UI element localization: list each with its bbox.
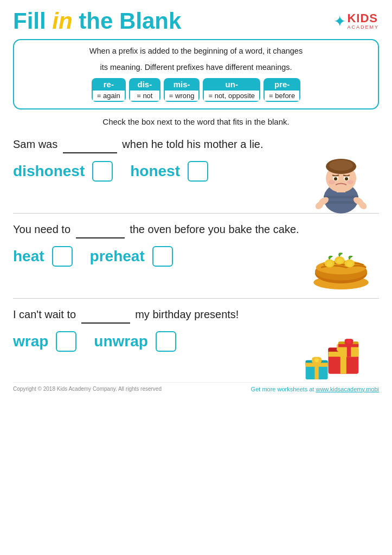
q3-answer-unwrap: unwrap [94,333,148,350]
q1-blank [63,136,117,153]
prefix-pre: pre- = before [264,78,300,102]
svg-point-12 [347,180,354,184]
instruction-text: Check the box next to the word that fits… [13,117,379,126]
logo-academy-text: ACADEMY [347,24,379,30]
prefix-re-meaning: = again [92,91,126,102]
q3-checkbox-wrap[interactable] [56,331,76,352]
logo-star-icon: ✦ [333,12,346,30]
title-in: in [52,8,72,34]
q3-text: I can't wait to my birthday presents! [13,306,379,324]
prefix-mis-meaning: = wrong [164,91,200,102]
prefix-dis-meaning: = not [129,91,160,102]
svg-point-40 [314,358,318,362]
title-fill: Fill [13,8,52,34]
question-3: I can't wait to my birthday presents! wr… [13,306,379,377]
prefix-dis: dis- = not [129,78,160,102]
prefix-table: re- = again dis- = not mis- = wrong un- … [23,78,369,102]
logo-row: ✦ KIDS ACADEMY [333,12,379,30]
header: Fill in the Blank ✦ KIDS ACADEMY [13,10,379,33]
logo-text-group: KIDS ACADEMY [347,12,379,30]
footer-cta-url[interactable]: www.kidsacademy.mobi [316,386,379,392]
prefix-un: un- = not, opposite [203,78,260,102]
info-box: When a prefix is added to the beginning … [13,39,379,109]
prefix-pre-meaning: = before [264,91,300,102]
svg-point-24 [326,261,332,266]
q2-checkbox-heat[interactable] [52,246,73,267]
boy-character [309,141,374,212]
q2-section: You need to the oven before you bake the… [13,221,379,292]
q1-checkbox-honest[interactable] [188,161,208,182]
logo: ✦ KIDS ACADEMY [333,12,379,30]
svg-rect-2 [324,201,358,204]
q1-section: Sam was when he told his mother a lie. d… [13,136,379,206]
q1-answer-dishonest: dishonest [13,163,85,180]
svg-point-11 [329,180,335,184]
q3-blank [81,306,130,324]
page: Fill in the Blank ✦ KIDS ACADEMY When a … [0,0,392,555]
svg-rect-1 [324,196,358,198]
footer-copyright: Copyright © 2018 Kids Academy Company. A… [13,386,162,392]
svg-point-25 [337,258,343,263]
q2-blank [76,221,125,238]
q1-checkbox-dishonest[interactable] [92,161,113,182]
prefix-un-label: un- [203,78,260,91]
svg-point-6 [329,160,353,171]
page-title: Fill in the Blank [13,10,181,33]
logo-kids-text: KIDS [347,12,379,24]
title-the: the [73,8,119,34]
svg-point-10 [345,177,348,180]
prefix-re-label: re- [92,78,126,91]
q2-answer-heat: heat [13,248,44,265]
gifts-character [303,322,374,382]
q3-section: I can't wait to my birthday presents! wr… [13,306,379,377]
question-1: Sam was when he told his mother a lie. d… [13,136,379,206]
svg-point-47 [347,339,351,343]
footer-cta-prefix: Get more worksheets at [251,386,316,392]
q1-answer-honest: honest [130,163,180,180]
q2-text: You need to the oven before you bake the… [13,221,379,238]
q3-checkbox-unwrap[interactable] [156,331,176,352]
prefix-mis-label: mis- [164,78,200,91]
svg-point-26 [346,261,352,266]
prefix-re: re- = again [92,78,126,102]
svg-rect-44 [338,344,358,347]
prefix-dis-label: dis- [129,78,160,91]
question-2: You need to the oven before you bake the… [13,221,379,292]
q2-checkbox-preheat[interactable] [152,246,173,267]
q3-answer-wrap: wrap [13,333,48,350]
prefix-pre-label: pre- [264,78,300,91]
title-blank: Blank [119,8,181,34]
pie-character [309,237,374,297]
info-text-2: its meaning. Different prefixes have dif… [23,62,369,74]
prefix-mis: mis- = wrong [164,78,200,102]
prefix-un-meaning: = not, opposite [203,91,260,102]
svg-point-9 [334,177,337,180]
info-text-1: When a prefix is added to the beginning … [23,46,369,57]
footer-cta: Get more worksheets at www.kidsacademy.m… [251,386,379,392]
q2-answer-preheat: preheat [90,248,145,265]
divider-2 [13,298,379,299]
footer: Copyright © 2018 Kids Academy Company. A… [13,382,379,392]
